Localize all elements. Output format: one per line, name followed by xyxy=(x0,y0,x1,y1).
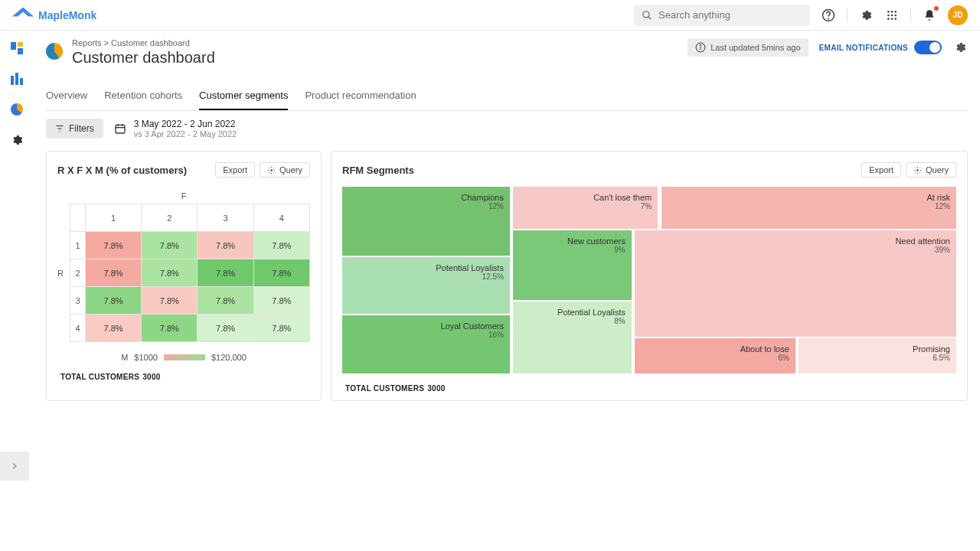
svg-point-3 xyxy=(828,18,829,19)
filter-icon xyxy=(55,124,64,133)
date-compare: vs 3 Apr 2022 - 2 May 2022 xyxy=(134,129,237,139)
tab-product-recommendation[interactable]: Product recommendation xyxy=(305,83,416,110)
card2-query-button[interactable]: Query xyxy=(906,162,956,178)
svg-rect-15 xyxy=(18,48,23,54)
sidebar-dashboard-icon[interactable] xyxy=(10,41,24,55)
svg-rect-22 xyxy=(116,125,125,133)
gear-icon xyxy=(267,166,276,174)
svg-point-0 xyxy=(643,11,649,17)
date-range: 3 May 2022 - 2 Jun 2022 xyxy=(134,119,237,129)
card2-total: TOTAL CUSTOMERS3000 xyxy=(342,384,956,393)
svg-point-27 xyxy=(916,169,919,171)
page-title: Customer dashboard xyxy=(72,49,215,67)
avatar[interactable]: JD xyxy=(948,5,968,25)
svg-line-1 xyxy=(648,16,652,19)
search-icon xyxy=(642,10,652,21)
topbar: MapleMonk Search anything JD xyxy=(0,0,980,31)
logo[interactable]: MapleMonk xyxy=(12,8,96,23)
filter-bar: Filters 3 May 2022 - 2 Jun 2022 vs 3 Apr… xyxy=(46,119,968,139)
gradient-bar xyxy=(164,354,205,360)
page-pie-icon xyxy=(46,43,63,60)
segment-champions[interactable]: Champions12% xyxy=(342,187,510,256)
segment-at-risk[interactable]: At risk12% xyxy=(662,187,956,229)
date-range-picker[interactable]: 3 May 2022 - 2 Jun 2022 vs 3 Apr 2022 - … xyxy=(114,119,237,139)
tab-customer-segments[interactable]: Customer segments xyxy=(199,83,288,110)
rfm-heatmap: 123417.8%7.8%7.8%7.8%27.8%7.8%7.8%7.8%37… xyxy=(70,204,310,342)
tab-retention-cohorts[interactable]: Retention cohorts xyxy=(104,83,182,110)
gear-icon xyxy=(913,166,922,174)
apps-icon[interactable] xyxy=(884,8,900,23)
svg-point-10 xyxy=(887,18,890,20)
search-input[interactable]: Search anything xyxy=(634,5,810,26)
r-axis-label: R xyxy=(57,269,64,278)
card1-title: R X F X M (% of customers) xyxy=(57,165,187,176)
segment-can-t-lose-them[interactable]: Can't lose them7% xyxy=(513,187,658,229)
segment-potential-loyalists[interactable]: Potential Loyalists8% xyxy=(513,302,632,373)
card2-export-button[interactable]: Export xyxy=(861,162,901,178)
last-updated-badge: Last updated 5mins ago xyxy=(688,38,808,57)
breadcrumb[interactable]: Reports > Customer dashboard xyxy=(72,38,215,47)
svg-rect-18 xyxy=(20,78,23,85)
search-placeholder: Search anything xyxy=(658,9,730,21)
svg-rect-17 xyxy=(15,73,18,85)
svg-point-9 xyxy=(894,14,897,16)
svg-point-11 xyxy=(891,18,893,20)
card1-query-button[interactable]: Query xyxy=(260,162,310,178)
svg-point-12 xyxy=(894,18,897,20)
segment-promising[interactable]: Promising6.5% xyxy=(799,338,956,373)
logo-icon xyxy=(12,8,34,23)
segment-about-to-lose[interactable]: About to lose6% xyxy=(635,338,795,373)
sidebar xyxy=(0,31,34,413)
help-icon[interactable] xyxy=(821,8,836,23)
bell-icon[interactable] xyxy=(922,8,937,23)
tabs: OverviewRetention cohortsCustomer segmen… xyxy=(46,83,968,111)
page-header: Reports > Customer dashboard Customer da… xyxy=(46,38,968,67)
svg-rect-13 xyxy=(11,42,16,50)
gear-icon[interactable] xyxy=(858,8,874,23)
svg-point-26 xyxy=(270,169,273,171)
toggle-switch[interactable] xyxy=(914,41,942,54)
svg-point-21 xyxy=(701,45,701,46)
card1-export-button[interactable]: Export xyxy=(215,162,255,178)
svg-point-6 xyxy=(894,11,897,13)
segment-new-customers[interactable]: New customers9% xyxy=(513,230,632,300)
treemap-chart: Champions12%Potential Loyalists12.5%Loya… xyxy=(342,187,956,373)
sidebar-pie-icon[interactable] xyxy=(10,103,24,116)
svg-rect-14 xyxy=(18,42,23,47)
filters-button[interactable]: Filters xyxy=(46,119,103,139)
svg-point-5 xyxy=(891,11,893,13)
card-rfm-segments: RFM Segments Export Query Champions12%Po… xyxy=(331,151,968,401)
segment-potential-loyalists[interactable]: Potential Loyalists12.5% xyxy=(342,257,510,314)
m-legend: M $1000 $120,000 xyxy=(57,353,310,362)
svg-point-8 xyxy=(891,14,893,16)
sidebar-columns-icon[interactable] xyxy=(10,72,24,86)
f-axis-label: F xyxy=(57,191,310,201)
card2-title: RFM Segments xyxy=(342,165,414,176)
segment-loyal-customers[interactable]: Loyal Customers16% xyxy=(342,315,510,373)
calendar-icon xyxy=(114,122,126,135)
card1-total: TOTAL CUSTOMERS3000 xyxy=(57,373,310,381)
info-icon xyxy=(695,42,706,53)
svg-rect-16 xyxy=(11,76,14,85)
brand-name: MapleMonk xyxy=(38,9,96,21)
svg-point-7 xyxy=(887,14,890,16)
segment-need-attention[interactable]: Need attention39% xyxy=(635,230,956,337)
page-gear-icon[interactable] xyxy=(952,40,968,55)
tab-overview[interactable]: Overview xyxy=(46,83,87,110)
card-rfm-matrix: R X F X M (% of customers) Export Query … xyxy=(46,151,322,401)
sidebar-settings-icon[interactable] xyxy=(10,133,24,147)
email-notifications-toggle[interactable]: EMAIL NOTIFICATIONS xyxy=(819,41,942,54)
svg-point-4 xyxy=(887,11,890,13)
